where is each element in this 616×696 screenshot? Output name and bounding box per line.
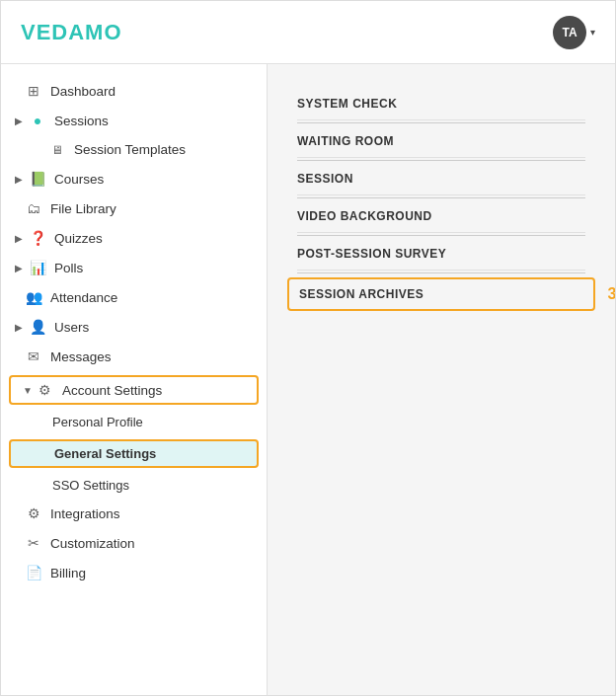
sidebar-item-label: Users <box>54 320 89 335</box>
avatar-dropdown-icon[interactable]: ▾ <box>590 27 595 38</box>
avatar-initials: TA <box>562 26 577 39</box>
step-badge-3: 3 <box>608 285 615 303</box>
sidebar-item-label: Courses <box>54 172 104 187</box>
content-menu-session[interactable]: SESSION <box>297 163 585 195</box>
file-library-icon: 🗂 <box>25 200 42 216</box>
app-container: VEDAMO TA ▾ ⊞ Dashboard ▶ ● Sessions <box>0 0 616 696</box>
polls-icon: 📊 <box>29 260 46 275</box>
dashboard-icon: ⊞ <box>25 83 42 99</box>
sidebar-item-sessions[interactable]: ▶ ● Sessions <box>1 106 267 135</box>
sidebar-item-account-settings[interactable]: ▼ ⚙ Account Settings <box>9 375 259 405</box>
sidebar-item-label: Personal Profile <box>52 415 143 429</box>
expand-arrow-icon: ▶ <box>15 116 23 126</box>
sidebar-item-label: General Settings <box>54 446 156 461</box>
integrations-icon: ⚙ <box>25 505 42 521</box>
user-avatar[interactable]: TA <box>553 16 586 49</box>
sidebar-item-customization[interactable]: ✂ Customization <box>1 528 267 558</box>
header: VEDAMO TA ▾ <box>1 1 615 64</box>
sidebar-item-label: Account Settings <box>62 383 162 398</box>
expand-arrow-icon: ▼ <box>23 385 33 396</box>
sidebar-item-sso-settings[interactable]: SSO Settings <box>1 472 267 499</box>
content-area: SYSTEM CHECK WAITING ROOM SESSION VIDEO … <box>268 64 615 695</box>
messages-icon: ✉ <box>25 348 42 364</box>
sidebar-item-label: Customization <box>50 536 135 551</box>
expand-arrow-icon: ▶ <box>15 233 23 244</box>
content-menu-session-archives[interactable]: SESSION ARCHIVES 3 <box>287 277 595 311</box>
sidebar-item-label: Billing <box>50 566 86 580</box>
sidebar-item-label: SSO Settings <box>52 478 129 493</box>
sidebar-item-courses[interactable]: ▶ 📗 Courses <box>1 164 267 193</box>
sidebar-item-label: Dashboard <box>50 84 116 99</box>
attendance-icon: 👥 <box>25 289 42 305</box>
sidebar-item-label: Quizzes <box>54 231 103 246</box>
sidebar-item-label: Polls <box>54 261 83 275</box>
sidebar-item-label: File Library <box>50 201 116 216</box>
main-layout: ⊞ Dashboard ▶ ● Sessions 🖥 Session Templ… <box>1 64 615 695</box>
sidebar-item-label: Attendance <box>50 290 117 305</box>
users-icon: 👤 <box>29 319 46 335</box>
sidebar-item-integrations[interactable]: ⚙ Integrations <box>1 499 267 528</box>
content-menu-post-session-survey[interactable]: POST-SESSION SURVEY <box>297 238 585 271</box>
expand-arrow-icon: ▶ <box>15 322 23 333</box>
sidebar-item-attendance[interactable]: 👥 Attendance <box>1 282 267 312</box>
content-menu-system-check[interactable]: SYSTEM CHECK <box>297 88 585 120</box>
billing-icon: 📄 <box>25 565 42 580</box>
sidebar-item-personal-profile[interactable]: Personal Profile <box>1 409 267 435</box>
quizzes-icon: ❓ <box>29 230 46 246</box>
sidebar-item-label: Session Templates <box>74 142 186 157</box>
sidebar-item-messages[interactable]: ✉ Messages <box>1 342 267 371</box>
sidebar-item-billing[interactable]: 📄 Billing <box>1 558 267 587</box>
sessions-icon: ● <box>29 113 46 128</box>
content-menu-video-background[interactable]: VIDEO BACKGROUND <box>297 200 585 233</box>
sidebar-item-label: Sessions <box>54 114 109 128</box>
sidebar-item-label: Integrations <box>50 506 120 521</box>
logo: VEDAMO <box>21 20 122 45</box>
sidebar-item-polls[interactable]: ▶ 📊 Polls <box>1 253 267 282</box>
sidebar-item-file-library[interactable]: 🗂 File Library <box>1 193 267 223</box>
sidebar-item-quizzes[interactable]: ▶ ❓ Quizzes <box>1 223 267 253</box>
content-menu-waiting-room[interactable]: WAITING ROOM <box>297 125 585 158</box>
sidebar-item-session-templates[interactable]: 🖥 Session Templates <box>1 135 267 164</box>
account-settings-icon: ⚙ <box>37 382 54 398</box>
sidebar-item-dashboard[interactable]: ⊞ Dashboard <box>1 76 267 106</box>
sidebar-item-users[interactable]: ▶ 👤 Users <box>1 312 267 342</box>
expand-arrow-icon: ▶ <box>15 174 23 185</box>
customization-icon: ✂ <box>25 535 42 551</box>
session-templates-icon: 🖥 <box>48 143 66 157</box>
courses-icon: 📗 <box>29 171 46 187</box>
expand-arrow-icon: ▶ <box>15 263 23 273</box>
sidebar: ⊞ Dashboard ▶ ● Sessions 🖥 Session Templ… <box>1 64 268 695</box>
sidebar-item-label: Messages <box>50 349 112 364</box>
sidebar-item-general-settings[interactable]: General Settings <box>9 439 259 468</box>
